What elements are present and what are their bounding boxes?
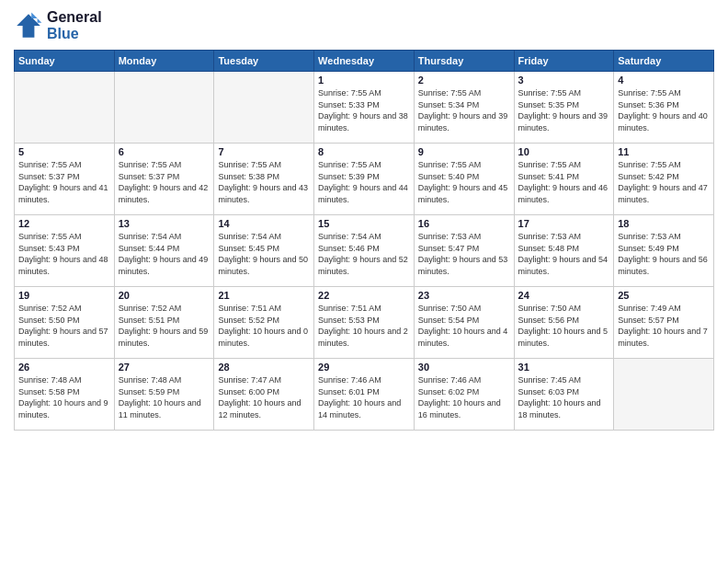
calendar-cell: 10Sunrise: 7:55 AM Sunset: 5:41 PM Dayli…: [514, 144, 614, 215]
calendar-cell: 9Sunrise: 7:55 AM Sunset: 5:40 PM Daylig…: [414, 144, 514, 215]
day-info: Sunrise: 7:55 AM Sunset: 5:33 PM Dayligh…: [318, 87, 410, 133]
day-number: 25: [618, 290, 710, 301]
header-thursday: Thursday: [414, 51, 514, 72]
day-info: Sunrise: 7:55 AM Sunset: 5:43 PM Dayligh…: [18, 231, 110, 277]
day-number: 11: [618, 146, 710, 157]
logo: General Blue: [14, 9, 102, 42]
calendar-cell: [214, 72, 314, 144]
day-info: Sunrise: 7:54 AM Sunset: 5:46 PM Dayligh…: [318, 231, 410, 277]
header-tuesday: Tuesday: [214, 51, 314, 72]
day-info: Sunrise: 7:49 AM Sunset: 5:57 PM Dayligh…: [618, 303, 710, 349]
calendar-cell: 19Sunrise: 7:52 AM Sunset: 5:50 PM Dayli…: [15, 287, 115, 359]
calendar-cell: 14Sunrise: 7:54 AM Sunset: 5:45 PM Dayli…: [214, 215, 314, 287]
calendar-body: 1Sunrise: 7:55 AM Sunset: 5:33 PM Daylig…: [15, 72, 714, 431]
calendar-week-3: 12Sunrise: 7:55 AM Sunset: 5:43 PM Dayli…: [15, 215, 714, 287]
logo-text: General Blue: [47, 9, 102, 42]
day-info: Sunrise: 7:50 AM Sunset: 5:56 PM Dayligh…: [518, 303, 610, 349]
day-number: 26: [18, 362, 110, 373]
day-info: Sunrise: 7:48 AM Sunset: 5:58 PM Dayligh…: [18, 374, 110, 420]
day-number: 31: [518, 362, 610, 373]
calendar-cell: 8Sunrise: 7:55 AM Sunset: 5:39 PM Daylig…: [314, 144, 415, 215]
calendar-cell: 18Sunrise: 7:53 AM Sunset: 5:49 PM Dayli…: [614, 215, 714, 287]
day-info: Sunrise: 7:55 AM Sunset: 5:38 PM Dayligh…: [218, 159, 310, 205]
weekday-header-row: Sunday Monday Tuesday Wednesday Thursday…: [15, 51, 714, 72]
calendar-cell: 11Sunrise: 7:55 AM Sunset: 5:42 PM Dayli…: [614, 144, 714, 215]
day-number: 2: [418, 75, 510, 86]
calendar-cell: 22Sunrise: 7:51 AM Sunset: 5:53 PM Dayli…: [314, 287, 415, 359]
day-info: Sunrise: 7:55 AM Sunset: 5:35 PM Dayligh…: [518, 87, 610, 133]
day-number: 9: [418, 146, 510, 157]
day-number: 20: [119, 290, 210, 301]
day-number: 23: [418, 290, 510, 301]
day-info: Sunrise: 7:48 AM Sunset: 5:59 PM Dayligh…: [119, 374, 210, 420]
calendar-cell: 31Sunrise: 7:45 AM Sunset: 6:03 PM Dayli…: [514, 359, 614, 431]
day-info: Sunrise: 7:51 AM Sunset: 5:52 PM Dayligh…: [218, 303, 310, 349]
day-number: 17: [518, 218, 610, 229]
calendar-cell: [114, 72, 214, 144]
day-number: 18: [618, 218, 710, 229]
calendar-cell: 30Sunrise: 7:46 AM Sunset: 6:02 PM Dayli…: [414, 359, 514, 431]
calendar-cell: 29Sunrise: 7:46 AM Sunset: 6:01 PM Dayli…: [314, 359, 415, 431]
day-info: Sunrise: 7:51 AM Sunset: 5:53 PM Dayligh…: [318, 303, 410, 349]
header-wednesday: Wednesday: [314, 51, 415, 72]
day-info: Sunrise: 7:55 AM Sunset: 5:37 PM Dayligh…: [119, 159, 210, 205]
day-info: Sunrise: 7:47 AM Sunset: 6:00 PM Dayligh…: [218, 374, 310, 420]
calendar-cell: 12Sunrise: 7:55 AM Sunset: 5:43 PM Dayli…: [15, 215, 115, 287]
day-info: Sunrise: 7:55 AM Sunset: 5:39 PM Dayligh…: [318, 159, 410, 205]
header-monday: Monday: [114, 51, 214, 72]
day-number: 1: [318, 75, 410, 86]
day-info: Sunrise: 7:55 AM Sunset: 5:41 PM Dayligh…: [518, 159, 610, 205]
calendar-cell: 5Sunrise: 7:55 AM Sunset: 5:37 PM Daylig…: [15, 144, 115, 215]
day-number: 16: [418, 218, 510, 229]
calendar-week-2: 5Sunrise: 7:55 AM Sunset: 5:37 PM Daylig…: [15, 144, 714, 215]
calendar-cell: 23Sunrise: 7:50 AM Sunset: 5:54 PM Dayli…: [414, 287, 514, 359]
day-number: 12: [18, 218, 110, 229]
day-info: Sunrise: 7:50 AM Sunset: 5:54 PM Dayligh…: [418, 303, 510, 349]
calendar-cell: [614, 359, 714, 431]
day-info: Sunrise: 7:46 AM Sunset: 6:02 PM Dayligh…: [418, 374, 510, 420]
day-number: 22: [318, 290, 410, 301]
calendar-week-4: 19Sunrise: 7:52 AM Sunset: 5:50 PM Dayli…: [15, 287, 714, 359]
day-number: 19: [18, 290, 110, 301]
calendar-cell: 1Sunrise: 7:55 AM Sunset: 5:33 PM Daylig…: [314, 72, 415, 144]
day-info: Sunrise: 7:54 AM Sunset: 5:44 PM Dayligh…: [119, 231, 210, 277]
calendar-cell: 17Sunrise: 7:53 AM Sunset: 5:48 PM Dayli…: [514, 215, 614, 287]
calendar-cell: 7Sunrise: 7:55 AM Sunset: 5:38 PM Daylig…: [214, 144, 314, 215]
day-number: 6: [119, 146, 210, 157]
calendar-cell: 13Sunrise: 7:54 AM Sunset: 5:44 PM Dayli…: [114, 215, 214, 287]
day-info: Sunrise: 7:55 AM Sunset: 5:37 PM Dayligh…: [18, 159, 110, 205]
day-number: 7: [218, 146, 310, 157]
day-info: Sunrise: 7:53 AM Sunset: 5:49 PM Dayligh…: [618, 231, 710, 277]
calendar-cell: 2Sunrise: 7:55 AM Sunset: 5:34 PM Daylig…: [414, 72, 514, 144]
day-number: 13: [119, 218, 210, 229]
svg-marker-0: [17, 14, 40, 38]
header-friday: Friday: [514, 51, 614, 72]
calendar-table: Sunday Monday Tuesday Wednesday Thursday…: [14, 50, 714, 431]
calendar-cell: 28Sunrise: 7:47 AM Sunset: 6:00 PM Dayli…: [214, 359, 314, 431]
header-sunday: Sunday: [15, 51, 115, 72]
calendar-cell: 20Sunrise: 7:52 AM Sunset: 5:51 PM Dayli…: [114, 287, 214, 359]
calendar-week-1: 1Sunrise: 7:55 AM Sunset: 5:33 PM Daylig…: [15, 72, 714, 144]
day-number: 8: [318, 146, 410, 157]
day-number: 21: [218, 290, 310, 301]
day-number: 30: [418, 362, 510, 373]
day-info: Sunrise: 7:52 AM Sunset: 5:50 PM Dayligh…: [18, 303, 110, 349]
day-info: Sunrise: 7:45 AM Sunset: 6:03 PM Dayligh…: [518, 374, 610, 420]
calendar-cell: 26Sunrise: 7:48 AM Sunset: 5:58 PM Dayli…: [15, 359, 115, 431]
day-number: 28: [218, 362, 310, 373]
day-number: 14: [218, 218, 310, 229]
day-info: Sunrise: 7:55 AM Sunset: 5:36 PM Dayligh…: [618, 87, 710, 133]
day-info: Sunrise: 7:52 AM Sunset: 5:51 PM Dayligh…: [119, 303, 210, 349]
day-number: 15: [318, 218, 410, 229]
calendar-cell: 4Sunrise: 7:55 AM Sunset: 5:36 PM Daylig…: [614, 72, 714, 144]
day-info: Sunrise: 7:53 AM Sunset: 5:48 PM Dayligh…: [518, 231, 610, 277]
calendar-cell: 21Sunrise: 7:51 AM Sunset: 5:52 PM Dayli…: [214, 287, 314, 359]
day-number: 29: [318, 362, 410, 373]
day-number: 5: [18, 146, 110, 157]
calendar-page: General Blue Sunday Monday Tuesday Wedne…: [0, 0, 728, 563]
calendar-cell: 16Sunrise: 7:53 AM Sunset: 5:47 PM Dayli…: [414, 215, 514, 287]
day-info: Sunrise: 7:55 AM Sunset: 5:42 PM Dayligh…: [618, 159, 710, 205]
day-number: 24: [518, 290, 610, 301]
calendar-week-5: 26Sunrise: 7:48 AM Sunset: 5:58 PM Dayli…: [15, 359, 714, 431]
day-info: Sunrise: 7:53 AM Sunset: 5:47 PM Dayligh…: [418, 231, 510, 277]
